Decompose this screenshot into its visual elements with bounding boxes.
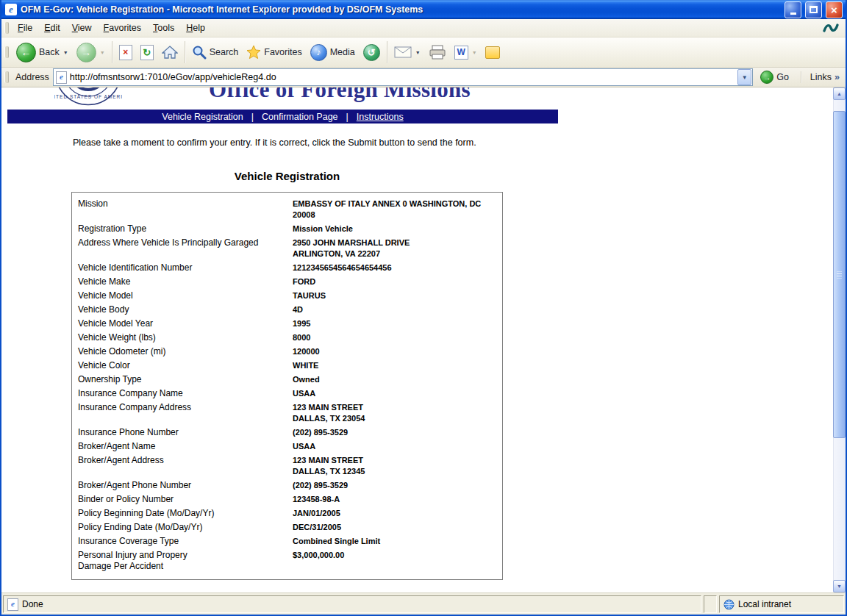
menu-item-help[interactable]: Help — [180, 21, 211, 35]
refresh-button[interactable]: ↻ — [137, 42, 157, 63]
page-nav: Vehicle Registration|Confirmation Page|I… — [7, 110, 558, 123]
go-button[interactable]: → Go — [757, 69, 795, 85]
confirmation-table: MissionEMBASSY OF ITALY ANNEX 0 WASHINGT… — [71, 192, 503, 580]
scroll-thumb[interactable] — [833, 111, 846, 438]
minimize-icon — [790, 12, 796, 15]
field-value: 1995 — [293, 317, 502, 331]
field-label: Vehicle Weight (lbs) — [72, 331, 293, 345]
toolbar-separator — [387, 41, 387, 63]
edit-dropdown-icon[interactable]: ▼ — [472, 50, 477, 55]
address-dropdown-icon[interactable]: ▼ — [737, 69, 751, 85]
back-button[interactable]: ← Back ▼ — [12, 40, 72, 65]
refresh-icon: ↻ — [140, 45, 154, 60]
search-icon — [192, 45, 207, 60]
status-main-panel: e Done — [3, 595, 701, 613]
table-row: Binder or Policy Number123458-98-A — [72, 493, 502, 506]
media-button[interactable]: ♪ Media — [307, 41, 359, 64]
home-icon — [162, 45, 178, 60]
browser-viewport: UNITED STATES OF AMERICA Office of Forei… — [1, 87, 846, 592]
field-value: $3,000,000.00 — [293, 548, 502, 573]
zone-label: Local intranet — [738, 599, 791, 609]
field-value: TAURUS — [293, 289, 502, 303]
maximize-button[interactable] — [805, 1, 822, 18]
address-combo: e ▼ — [53, 68, 753, 86]
field-label: Binder or Policy Number — [72, 493, 293, 506]
links-button[interactable]: Links » — [807, 72, 843, 82]
search-label: Search — [210, 47, 239, 57]
mail-dropdown-icon[interactable]: ▼ — [415, 50, 421, 55]
field-value: 123458-98-A — [293, 493, 502, 506]
scroll-down-button[interactable]: ▼ — [833, 580, 846, 592]
toolbar-grip[interactable] — [4, 46, 9, 58]
page-header: UNITED STATES OF AMERICA Office of Forei… — [1, 87, 833, 110]
home-button[interactable] — [158, 42, 182, 62]
history-button[interactable]: ↺ — [360, 41, 384, 64]
favorites-star-icon — [246, 45, 261, 60]
table-row: Vehicle Odometer (mi)120000 — [72, 345, 502, 359]
field-value: 123 MAIN STREET DALLAS, TX 12345 — [293, 454, 502, 479]
table-row: Address Where Vehicle Is Principally Gar… — [72, 236, 502, 261]
table-row: Vehicle Model Year1995 — [72, 317, 502, 331]
go-label: Go — [776, 72, 789, 82]
field-label: Insurance Company Address — [72, 401, 293, 426]
stop-button[interactable]: × — [115, 42, 136, 63]
field-label: Vehicle Model Year — [72, 317, 293, 331]
address-bar: Address e ▼ → Go Links » — [1, 68, 846, 87]
table-row: Personal Injury and Propery Damage Per A… — [72, 548, 502, 573]
menu-item-edit[interactable]: Edit — [38, 21, 66, 35]
menu-item-tools[interactable]: Tools — [147, 21, 180, 35]
minimize-button[interactable] — [785, 1, 801, 18]
search-button[interactable]: Search — [188, 42, 243, 62]
word-icon: W — [454, 46, 468, 60]
nav-separator: | — [346, 112, 349, 122]
field-label: Broker/Agent Phone Number — [72, 479, 293, 493]
status-text: Done — [22, 599, 43, 609]
forward-dropdown-icon[interactable]: ▼ — [100, 50, 105, 55]
menu-item-favorites[interactable]: Favorites — [98, 21, 147, 35]
back-dropdown-icon[interactable]: ▼ — [63, 50, 68, 55]
address-input[interactable] — [70, 71, 735, 84]
forward-icon: → — [76, 43, 96, 62]
scroll-up-button[interactable]: ▲ — [833, 87, 846, 100]
document-icon: e — [7, 598, 18, 611]
edit-with-word-button[interactable]: W ▼ — [451, 43, 481, 62]
status-zone-panel: Local intranet — [719, 595, 844, 613]
field-value: 8000 — [293, 331, 502, 345]
field-value: 123 MAIN STREET DALLAS, TX 23054 — [293, 401, 502, 426]
field-value: EMBASSY OF ITALY ANNEX 0 WASHINGTON, DC … — [293, 197, 502, 222]
menu-item-view[interactable]: View — [66, 21, 98, 35]
nav-item-vehicle-registration[interactable]: Vehicle Registration — [162, 112, 243, 122]
field-value: 2950 JOHN MARSHALL DRIVE ARLINGTON, VA 2… — [293, 236, 502, 261]
menu-bar: FileEditViewFavoritesToolsHelp — [1, 19, 846, 37]
field-value: USAA — [293, 440, 502, 454]
page-title: Office of Foreign Missions — [209, 87, 471, 103]
nav-item-confirmation-page[interactable]: Confirmation Page — [262, 112, 338, 122]
status-spacer-panel — [704, 595, 717, 613]
mail-button[interactable]: ▼ — [390, 43, 424, 61]
table-row: Vehicle Body4D — [72, 303, 502, 317]
links-chevron-icon[interactable]: » — [835, 72, 840, 82]
address-grip[interactable] — [4, 71, 9, 83]
field-value: Owned — [293, 373, 502, 387]
close-button[interactable]: × — [826, 1, 843, 18]
field-value: JAN/01/2005 — [293, 506, 502, 520]
field-value: DEC/31/2005 — [293, 520, 502, 534]
table-row: Vehicle Identification Number12123456545… — [72, 261, 502, 275]
field-label: Vehicle Color — [72, 359, 293, 373]
vertical-scrollbar[interactable]: ▲ ▼ — [833, 87, 846, 592]
print-button[interactable] — [425, 42, 450, 62]
field-label: Insurance Company Name — [72, 387, 293, 401]
field-value: 4D — [293, 303, 502, 317]
favorites-button[interactable]: Favorites — [243, 42, 305, 62]
nav-item-instructions[interactable]: Instructions — [357, 112, 404, 122]
status-bar: e Done Local intranet — [1, 592, 846, 615]
menu-items: FileEditViewFavoritesToolsHelp — [12, 21, 211, 35]
forward-button[interactable]: → ▼ — [73, 40, 109, 65]
intro-text: Please take a moment to confirm your ent… — [73, 137, 833, 148]
favorites-label: Favorites — [264, 47, 301, 57]
discuss-button[interactable] — [482, 43, 504, 62]
menu-item-file[interactable]: File — [12, 21, 38, 35]
back-icon: ← — [16, 43, 36, 62]
menu-grip[interactable] — [4, 22, 9, 34]
brand-area — [822, 21, 840, 35]
